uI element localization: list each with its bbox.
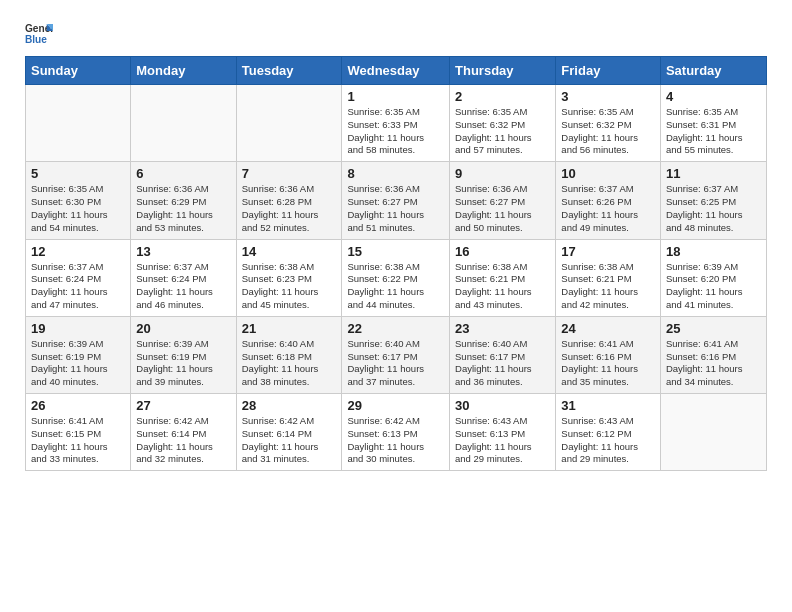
day-number: 4 [666,89,761,104]
day-info: Sunrise: 6:38 AM Sunset: 6:23 PM Dayligh… [242,261,337,312]
day-info: Sunrise: 6:36 AM Sunset: 6:28 PM Dayligh… [242,183,337,234]
day-number: 22 [347,321,444,336]
calendar-table: SundayMondayTuesdayWednesdayThursdayFrid… [25,56,767,471]
day-info: Sunrise: 6:35 AM Sunset: 6:32 PM Dayligh… [455,106,550,157]
calendar-cell: 30Sunrise: 6:43 AM Sunset: 6:13 PM Dayli… [450,394,556,471]
calendar-cell: 8Sunrise: 6:36 AM Sunset: 6:27 PM Daylig… [342,162,450,239]
calendar-cell: 6Sunrise: 6:36 AM Sunset: 6:29 PM Daylig… [131,162,236,239]
day-info: Sunrise: 6:35 AM Sunset: 6:30 PM Dayligh… [31,183,125,234]
calendar-cell [660,394,766,471]
calendar-cell: 17Sunrise: 6:38 AM Sunset: 6:21 PM Dayli… [556,239,661,316]
day-number: 21 [242,321,337,336]
day-number: 3 [561,89,655,104]
calendar-cell: 22Sunrise: 6:40 AM Sunset: 6:17 PM Dayli… [342,316,450,393]
page-header: General Blue [25,20,767,48]
day-info: Sunrise: 6:38 AM Sunset: 6:21 PM Dayligh… [455,261,550,312]
day-number: 23 [455,321,550,336]
day-info: Sunrise: 6:36 AM Sunset: 6:29 PM Dayligh… [136,183,230,234]
day-number: 5 [31,166,125,181]
day-number: 11 [666,166,761,181]
column-header-friday: Friday [556,57,661,85]
calendar-cell: 20Sunrise: 6:39 AM Sunset: 6:19 PM Dayli… [131,316,236,393]
calendar-cell: 15Sunrise: 6:38 AM Sunset: 6:22 PM Dayli… [342,239,450,316]
calendar-cell: 10Sunrise: 6:37 AM Sunset: 6:26 PM Dayli… [556,162,661,239]
day-info: Sunrise: 6:37 AM Sunset: 6:24 PM Dayligh… [31,261,125,312]
day-info: Sunrise: 6:35 AM Sunset: 6:32 PM Dayligh… [561,106,655,157]
day-number: 15 [347,244,444,259]
column-header-monday: Monday [131,57,236,85]
column-header-sunday: Sunday [26,57,131,85]
calendar-cell: 24Sunrise: 6:41 AM Sunset: 6:16 PM Dayli… [556,316,661,393]
day-number: 7 [242,166,337,181]
day-info: Sunrise: 6:43 AM Sunset: 6:12 PM Dayligh… [561,415,655,466]
calendar-cell: 1Sunrise: 6:35 AM Sunset: 6:33 PM Daylig… [342,85,450,162]
day-info: Sunrise: 6:35 AM Sunset: 6:33 PM Dayligh… [347,106,444,157]
day-number: 30 [455,398,550,413]
calendar-cell: 25Sunrise: 6:41 AM Sunset: 6:16 PM Dayli… [660,316,766,393]
day-info: Sunrise: 6:39 AM Sunset: 6:19 PM Dayligh… [31,338,125,389]
calendar-cell: 3Sunrise: 6:35 AM Sunset: 6:32 PM Daylig… [556,85,661,162]
day-number: 19 [31,321,125,336]
column-header-thursday: Thursday [450,57,556,85]
calendar-cell: 4Sunrise: 6:35 AM Sunset: 6:31 PM Daylig… [660,85,766,162]
day-number: 18 [666,244,761,259]
calendar-cell: 29Sunrise: 6:42 AM Sunset: 6:13 PM Dayli… [342,394,450,471]
calendar-cell: 19Sunrise: 6:39 AM Sunset: 6:19 PM Dayli… [26,316,131,393]
day-number: 26 [31,398,125,413]
calendar-cell [236,85,342,162]
day-info: Sunrise: 6:40 AM Sunset: 6:17 PM Dayligh… [347,338,444,389]
day-number: 20 [136,321,230,336]
day-number: 10 [561,166,655,181]
svg-text:Blue: Blue [25,34,47,45]
calendar-cell: 14Sunrise: 6:38 AM Sunset: 6:23 PM Dayli… [236,239,342,316]
day-info: Sunrise: 6:41 AM Sunset: 6:15 PM Dayligh… [31,415,125,466]
day-number: 31 [561,398,655,413]
calendar-week-row: 1Sunrise: 6:35 AM Sunset: 6:33 PM Daylig… [26,85,767,162]
day-number: 29 [347,398,444,413]
day-info: Sunrise: 6:35 AM Sunset: 6:31 PM Dayligh… [666,106,761,157]
day-number: 8 [347,166,444,181]
day-number: 24 [561,321,655,336]
day-number: 25 [666,321,761,336]
calendar-cell: 9Sunrise: 6:36 AM Sunset: 6:27 PM Daylig… [450,162,556,239]
day-info: Sunrise: 6:42 AM Sunset: 6:13 PM Dayligh… [347,415,444,466]
calendar-cell: 5Sunrise: 6:35 AM Sunset: 6:30 PM Daylig… [26,162,131,239]
day-number: 9 [455,166,550,181]
calendar-cell: 28Sunrise: 6:42 AM Sunset: 6:14 PM Dayli… [236,394,342,471]
day-number: 14 [242,244,337,259]
calendar-cell: 23Sunrise: 6:40 AM Sunset: 6:17 PM Dayli… [450,316,556,393]
day-info: Sunrise: 6:41 AM Sunset: 6:16 PM Dayligh… [561,338,655,389]
calendar-week-row: 19Sunrise: 6:39 AM Sunset: 6:19 PM Dayli… [26,316,767,393]
day-info: Sunrise: 6:37 AM Sunset: 6:26 PM Dayligh… [561,183,655,234]
day-number: 16 [455,244,550,259]
calendar-header-row: SundayMondayTuesdayWednesdayThursdayFrid… [26,57,767,85]
day-number: 28 [242,398,337,413]
day-info: Sunrise: 6:40 AM Sunset: 6:17 PM Dayligh… [455,338,550,389]
day-number: 2 [455,89,550,104]
day-info: Sunrise: 6:39 AM Sunset: 6:20 PM Dayligh… [666,261,761,312]
column-header-tuesday: Tuesday [236,57,342,85]
logo-icon: General Blue [25,20,53,48]
day-number: 13 [136,244,230,259]
day-number: 12 [31,244,125,259]
day-info: Sunrise: 6:36 AM Sunset: 6:27 PM Dayligh… [455,183,550,234]
day-number: 1 [347,89,444,104]
calendar-cell: 26Sunrise: 6:41 AM Sunset: 6:15 PM Dayli… [26,394,131,471]
calendar-cell: 27Sunrise: 6:42 AM Sunset: 6:14 PM Dayli… [131,394,236,471]
calendar-week-row: 12Sunrise: 6:37 AM Sunset: 6:24 PM Dayli… [26,239,767,316]
calendar-cell: 11Sunrise: 6:37 AM Sunset: 6:25 PM Dayli… [660,162,766,239]
calendar-week-row: 26Sunrise: 6:41 AM Sunset: 6:15 PM Dayli… [26,394,767,471]
day-info: Sunrise: 6:43 AM Sunset: 6:13 PM Dayligh… [455,415,550,466]
day-info: Sunrise: 6:42 AM Sunset: 6:14 PM Dayligh… [242,415,337,466]
calendar-cell: 12Sunrise: 6:37 AM Sunset: 6:24 PM Dayli… [26,239,131,316]
calendar-cell: 16Sunrise: 6:38 AM Sunset: 6:21 PM Dayli… [450,239,556,316]
calendar-cell: 7Sunrise: 6:36 AM Sunset: 6:28 PM Daylig… [236,162,342,239]
day-info: Sunrise: 6:41 AM Sunset: 6:16 PM Dayligh… [666,338,761,389]
day-info: Sunrise: 6:39 AM Sunset: 6:19 PM Dayligh… [136,338,230,389]
day-info: Sunrise: 6:42 AM Sunset: 6:14 PM Dayligh… [136,415,230,466]
column-header-wednesday: Wednesday [342,57,450,85]
day-info: Sunrise: 6:37 AM Sunset: 6:24 PM Dayligh… [136,261,230,312]
calendar-cell: 31Sunrise: 6:43 AM Sunset: 6:12 PM Dayli… [556,394,661,471]
calendar-week-row: 5Sunrise: 6:35 AM Sunset: 6:30 PM Daylig… [26,162,767,239]
logo: General Blue [25,20,53,48]
